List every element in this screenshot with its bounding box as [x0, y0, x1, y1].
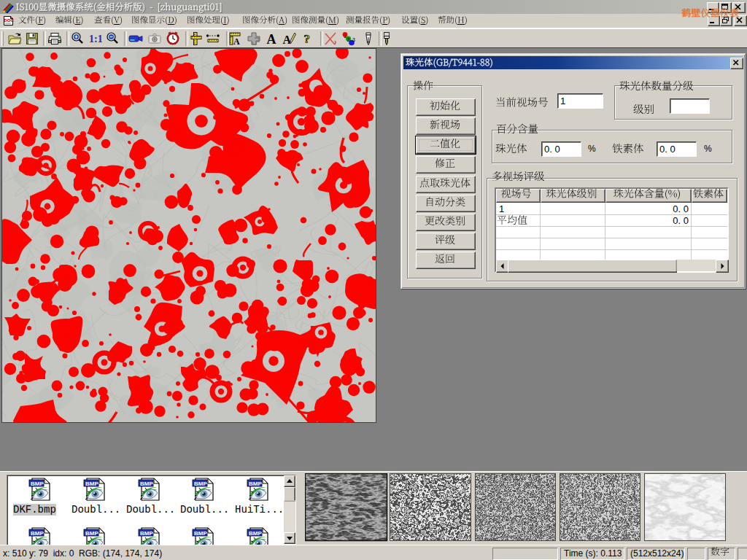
svg-text:?: ?: [304, 32, 311, 46]
svg-text:A: A: [233, 36, 240, 46]
svg-text:A: A: [283, 34, 292, 46]
svg-text:3: 3: [352, 37, 355, 42]
svg-text:1: 1: [344, 34, 347, 39]
svg-text:DOC: DOC: [4, 18, 14, 23]
svg-text:2: 2: [347, 37, 350, 42]
svg-text:A: A: [267, 32, 276, 47]
svg-text:1:1: 1:1: [89, 34, 102, 44]
